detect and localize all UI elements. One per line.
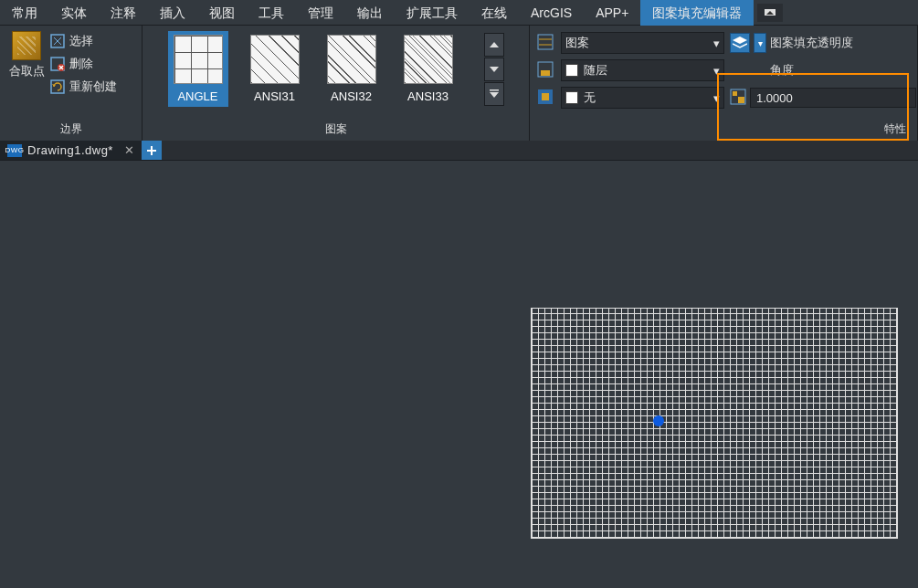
tab-manage[interactable]: 管理: [296, 0, 345, 26]
pattern-swatch-icon: [404, 35, 453, 84]
svg-rect-14: [541, 70, 550, 76]
svg-rect-16: [542, 93, 549, 100]
chevron-down-icon: ▾: [713, 91, 720, 105]
hatch-layer-dropdown[interactable]: ▾: [754, 33, 766, 53]
triangle-down-icon: [490, 67, 499, 72]
tab-view[interactable]: 视图: [197, 0, 247, 26]
panel-boundary: 合取点 选择 删除: [0, 26, 142, 141]
delete-boundary-button[interactable]: 删除: [49, 54, 117, 74]
svg-rect-12: [538, 35, 553, 49]
chevron-down-icon: ▾: [758, 38, 763, 48]
color-swatch-icon: [565, 64, 578, 77]
tab-output[interactable]: 输出: [345, 0, 395, 26]
pattern-tile-angle[interactable]: ANGLE: [168, 31, 228, 107]
pattern-swatch-icon: [327, 35, 376, 84]
chevron-down-icon: ▾: [713, 37, 720, 50]
tab-annotate[interactable]: 注释: [99, 0, 148, 26]
pattern-swatch-icon: [250, 35, 300, 84]
svg-marker-9: [490, 67, 499, 72]
gallery-scroll-up[interactable]: [484, 33, 504, 57]
ribbon-tabs: 常用 实体 注释 插入 视图 工具 管理 输出 扩展工具 在线 ArcGIS A…: [0, 0, 918, 26]
tab-arcgis[interactable]: ArcGIS: [519, 0, 584, 26]
ribbon-collapse-button[interactable]: [757, 4, 783, 22]
ribbon: 合取点 选择 删除: [0, 26, 918, 141]
svg-rect-18: [733, 91, 737, 96]
svg-rect-10: [490, 89, 499, 91]
tab-insert[interactable]: 插入: [148, 0, 197, 26]
close-document-button[interactable]: ✕: [124, 143, 135, 157]
panel-properties-title: 特性: [530, 120, 917, 141]
angle-label: 角度: [770, 62, 794, 79]
tab-extend[interactable]: 扩展工具: [395, 0, 470, 26]
color-swatch-icon: [565, 91, 578, 104]
background-color-dropdown[interactable]: 无 ▾: [561, 87, 724, 109]
tab-hatch-editor[interactable]: 图案填充编辑器: [640, 0, 754, 26]
transparency-label: 图案填充透明度: [770, 35, 853, 51]
panel-pattern-title: 图案: [142, 120, 529, 141]
select-boundary-button[interactable]: 选择: [49, 31, 117, 51]
recreate-icon: [49, 79, 66, 95]
tab-online[interactable]: 在线: [470, 0, 519, 26]
hatch-layer-button[interactable]: [730, 33, 750, 53]
panel-pattern: ANGLE ANSI31 ANSI32 ANSI33: [142, 26, 530, 141]
hatch-object[interactable]: [531, 308, 898, 539]
pattern-gallery: ANGLE ANSI31 ANSI32 ANSI33: [168, 31, 504, 107]
pick-points-icon: [12, 31, 41, 60]
plus-icon: [146, 145, 157, 156]
pattern-swatch-icon: [174, 35, 223, 84]
scale-input[interactable]: [750, 88, 916, 108]
hatch-color-icon: [537, 61, 555, 79]
pattern-tile-ansi32[interactable]: ANSI32: [322, 31, 382, 107]
chevron-down-icon: ▾: [713, 64, 720, 78]
background-color-icon: [537, 89, 555, 107]
recreate-boundary-button[interactable]: 重新创建: [49, 77, 117, 97]
document-tabs: DWG Drawing1.dwg* ✕: [0, 141, 918, 161]
pick-points-button[interactable]: 合取点: [7, 31, 46, 79]
chevron-up-icon: [765, 9, 776, 16]
tab-tools[interactable]: 工具: [247, 0, 296, 26]
document-tab[interactable]: DWG Drawing1.dwg* ✕: [0, 141, 142, 160]
panel-properties: 图案 ▾ 随层 ▾: [530, 26, 918, 141]
new-document-button[interactable]: [142, 141, 162, 160]
svg-rect-6: [51, 80, 64, 93]
svg-marker-8: [490, 42, 499, 47]
pattern-type-dropdown[interactable]: 图案 ▾: [561, 32, 724, 54]
triangle-up-icon: [490, 42, 499, 47]
dwg-badge-icon: DWG: [7, 144, 22, 157]
document-name: Drawing1.dwg*: [27, 143, 113, 157]
select-icon: [49, 33, 66, 49]
gallery-scroll-down[interactable]: [484, 58, 504, 81]
pattern-type-icon: [537, 34, 555, 52]
tab-common[interactable]: 常用: [0, 0, 49, 26]
pattern-tile-ansi31[interactable]: ANSI31: [245, 31, 305, 107]
tab-appplus[interactable]: APP+: [584, 0, 640, 26]
svg-rect-19: [738, 97, 744, 103]
layer-stack-icon: [733, 37, 747, 49]
grip-point[interactable]: [653, 415, 664, 426]
svg-marker-11: [490, 92, 499, 98]
triangle-down-bar-icon: [490, 89, 499, 99]
hatch-color-dropdown[interactable]: 随层 ▾: [561, 59, 724, 81]
tab-entity[interactable]: 实体: [49, 0, 99, 26]
pick-points-label: 合取点: [9, 63, 45, 79]
pattern-tile-ansi33[interactable]: ANSI33: [398, 31, 459, 107]
delete-icon: [49, 56, 66, 72]
drawing-canvas[interactable]: [0, 161, 918, 588]
panel-boundary-title: 边界: [0, 120, 142, 141]
gallery-expand[interactable]: [484, 82, 504, 106]
scale-icon: [730, 89, 746, 107]
